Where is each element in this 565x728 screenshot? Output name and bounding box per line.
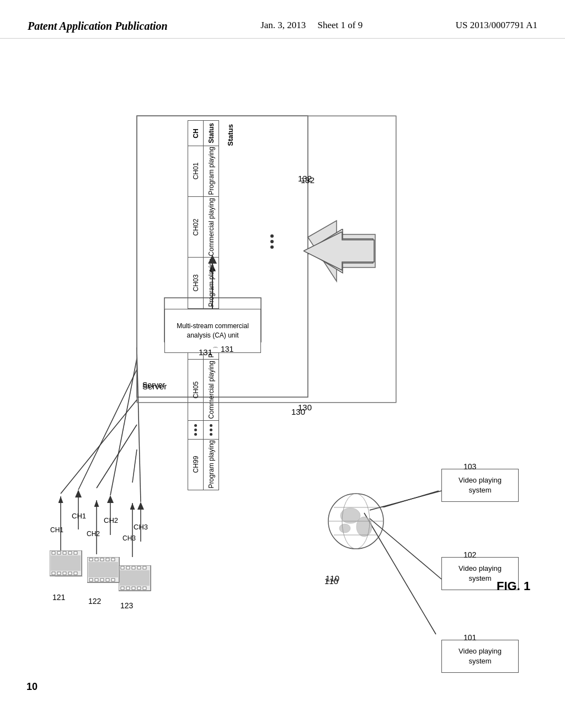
ref-132-label: 132 [301, 175, 315, 185]
svg-rect-42 [57, 572, 61, 575]
film-strip-3 [119, 565, 152, 592]
svg-marker-84 [303, 232, 374, 270]
svg-rect-57 [100, 579, 104, 581]
svg-rect-44 [68, 572, 72, 575]
svg-rect-41 [52, 572, 55, 575]
ref-122: 122 [88, 597, 101, 606]
svg-rect-43 [63, 572, 66, 575]
fig-label: FIG. 1 [497, 579, 530, 593]
svg-line-87 [364, 491, 439, 507]
svg-text:CH2: CH2 [87, 530, 100, 538]
status-header: Status [204, 121, 219, 146]
svg-point-29 [339, 524, 350, 533]
ref-123: 123 [120, 601, 133, 610]
svg-rect-45 [74, 572, 77, 575]
svg-rect-54 [111, 558, 115, 561]
sheet-info: Sheet 1 of 9 [318, 20, 363, 30]
svg-rect-51 [95, 558, 98, 561]
ca-arrow-up [199, 254, 232, 314]
vps-101: Video playingsystem [441, 640, 519, 673]
svg-rect-53 [106, 558, 109, 561]
ref-121: 121 [52, 593, 65, 602]
svg-rect-68 [121, 587, 124, 590]
system-number: 10 [26, 681, 38, 693]
table-ellipsis-dots [270, 234, 274, 249]
svg-rect-58 [106, 579, 109, 581]
svg-line-81 [61, 400, 137, 494]
page-header: Patent Application Publication Jan. 3, 2… [0, 0, 565, 39]
status-col-header: Status [226, 124, 234, 146]
svg-text:CH3: CH3 [122, 534, 136, 542]
svg-rect-59 [111, 579, 115, 581]
ref-101: 101 [463, 633, 476, 642]
svg-rect-70 [132, 587, 135, 590]
server-label: Server [142, 381, 165, 389]
diagram-area: Server CH1 CH2 CH3 [0, 39, 565, 722]
svg-line-82 [97, 425, 137, 488]
channel-to-server-lines [47, 397, 157, 507]
film-strip-2 [87, 557, 120, 584]
ref-102: 102 [463, 550, 476, 559]
svg-rect-65 [132, 566, 135, 569]
svg-rect-56 [95, 579, 98, 581]
diagram-svg: Server CH1 CH2 CH3 [0, 39, 565, 722]
ref-131: ⌒ 131 [212, 345, 233, 354]
svg-rect-72 [143, 587, 146, 590]
svg-line-83 [132, 449, 137, 483]
svg-rect-69 [126, 587, 130, 590]
globe-to-server-arrow [303, 232, 381, 281]
svg-rect-67 [143, 566, 146, 569]
pub-date: Jan. 3, 2013 [260, 20, 306, 30]
svg-rect-60 [88, 562, 118, 577]
svg-rect-64 [126, 566, 130, 569]
svg-text:CH1: CH1 [50, 526, 63, 534]
vps-103: Video playingsystem [441, 469, 519, 502]
svg-rect-52 [100, 558, 104, 561]
ref-131-label: 131 [199, 347, 212, 357]
date-sheet: Jan. 3, 2013 Sheet 1 of 9 [260, 20, 363, 31]
svg-rect-50 [89, 558, 93, 561]
svg-rect-73 [120, 570, 150, 586]
ref-110-label: 110 [324, 576, 338, 586]
ref-130-label: 130 [291, 407, 305, 416]
ref-103: 103 [463, 462, 476, 471]
svg-rect-71 [137, 587, 141, 590]
svg-rect-66 [137, 566, 141, 569]
svg-rect-63 [121, 566, 124, 569]
svg-rect-55 [89, 579, 93, 581]
patent-number: US 2013/0007791 A1 [456, 20, 537, 31]
publication-title: Patent Application Publication [28, 20, 168, 33]
svg-rect-46 [51, 555, 81, 571]
